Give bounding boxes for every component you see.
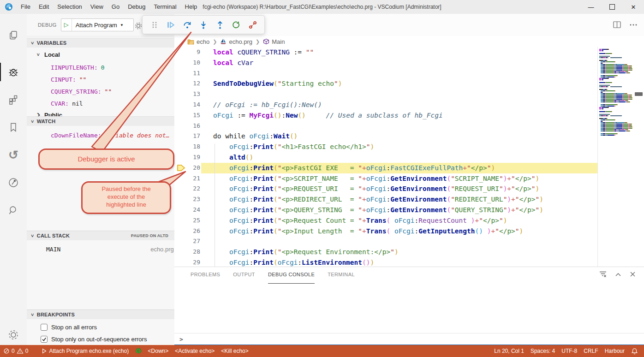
status-problems[interactable]: 0 0 [0,345,31,357]
breakpoints-section-header[interactable]: ∨ BREAKPOINTS [27,309,174,319]
token: ( [274,227,278,235]
close-icon[interactable] [630,271,636,277]
status-ln[interactable]: Ln 20, Col 1 [491,345,527,357]
code-line[interactable]: 24 oFcgi:Print("<p>QUERY_STRING = "+oFcg… [174,205,644,215]
search-icon[interactable] [0,199,27,221]
restart-icon[interactable] [232,20,241,30]
menu-debug[interactable]: Debug [124,0,149,14]
watch-section-header[interactable]: ∨ WATCH [27,116,174,126]
debug-console-input[interactable]: > [174,333,644,345]
filter-icon[interactable] [599,271,607,278]
variables-scope-local[interactable]: ∨ Local [27,49,174,60]
code-line[interactable]: 19 altd() [174,152,644,163]
extensions-icon[interactable] [0,89,27,111]
status-debug-target[interactable]: Attach Program echo.exe (echo) [38,345,132,357]
status-crlf[interactable]: CRLF [580,345,601,357]
code-line[interactable]: 18 oFcgi:Print("<h1>FastCGI echo</h1>") [174,142,644,152]
code-line[interactable]: 28 oFcgi:Print("<p>Request Environment:<… [174,247,644,257]
panel-tab-debug-console[interactable]: DEBUG CONSOLE [268,267,315,284]
debug-config-dropdown[interactable]: ▷ Attach Program ▼ [61,18,134,31]
code-line[interactable]: 17do while oFcgi:Wait() [174,131,644,142]
code-line[interactable]: 21 oFcgi:Print("<p>SCRIPT_NAME = "+oFcgi… [174,173,644,184]
run-circle-icon[interactable] [0,172,27,194]
watch-row[interactable]: cDownFileName:Variable does not… [27,129,198,141]
stack-frame-row[interactable]: MAINecho.prg20 [27,244,194,255]
split-editor-icon[interactable] [613,21,621,28]
code-line[interactable]: 13 [174,89,644,100]
continue-icon[interactable] [166,20,175,30]
more-actions-icon[interactable] [629,24,638,26]
code-line[interactable]: 15oFcgi := MyFcgi():New() // Used a subc… [174,110,644,121]
breadcrumb-item-folder[interactable]: echo [197,38,209,45]
variable-row[interactable]: CQUERY_STRING:"" [27,85,198,97]
code-line[interactable]: 23 oFcgi:Print("<p>REDIRECT_URL = "+oFcg… [174,194,644,205]
variables-section-header[interactable]: ∨ VARIABLES [27,38,174,48]
menu-help[interactable]: Help [181,0,202,14]
code-line[interactable]: 9local cQUERY_STRING := "" [174,47,644,58]
bell-icon[interactable] [628,345,641,357]
status-command[interactable]: <Kill echo> [218,345,251,357]
menu-terminal[interactable]: Terminal [149,0,180,14]
status-command[interactable]: <Down> [145,345,172,357]
gear-icon[interactable] [134,22,143,30]
minimap-line [599,68,644,69]
step-over-icon[interactable] [183,20,192,30]
code-line[interactable]: 29 oFcgi:Print(oFcgi:ListEnvironment()) [174,257,644,267]
panel-tab-problems[interactable]: PROBLEMS [191,267,220,283]
code-line[interactable]: 12SendToDebugView("Starting echo") [174,78,644,89]
minimize-button[interactable]: — [580,0,602,14]
code-editor[interactable]: 9local cQUERY_STRING := ""10local cVar11… [174,47,644,267]
menu-selection[interactable]: Selection [53,0,86,14]
checkbox-unchecked-icon[interactable] [41,324,48,331]
glyph-margin [174,236,186,247]
menu-view[interactable]: View [86,0,107,14]
variable-row[interactable]: CINPUT:"" [27,73,198,85]
token: oFcgi [394,217,415,224]
menu-file[interactable]: File [17,0,35,14]
token: <p>REQUEST_URI = [281,185,358,192]
code-line[interactable]: 10local cVar [174,58,644,68]
minimap[interactable] [597,47,644,267]
maximize-button[interactable] [602,0,623,14]
panel-tab-output[interactable]: OUTPUT [233,267,255,283]
menu-edit[interactable]: Edit [35,0,53,14]
status-utf-8[interactable]: UTF-8 [558,345,580,357]
code-line[interactable]: 27 [174,236,644,247]
code-line[interactable]: 20 oFcgi:Print("<p>FastCGI EXE = "+oFcgi… [174,163,644,173]
code-line[interactable]: 11 [174,68,644,79]
menu-go[interactable]: Go [107,0,124,14]
settings-gear-icon[interactable] [0,324,27,346]
code-line[interactable]: 25 oFcgi:Print("<p>Request Count = "+Tra… [174,215,644,226]
breadcrumb-item-file[interactable]: echo.prg [229,38,252,45]
run-play-icon[interactable]: ▷ [61,19,72,31]
status-harbour[interactable]: Harbour [602,345,628,357]
status-spaces[interactable]: Spaces: 4 [527,345,558,357]
minimap-token [623,68,628,69]
breakpoint-row[interactable]: Stop only on out-of-sequence errors [27,333,188,345]
debug-icon[interactable] [0,61,27,83]
code-line[interactable]: 16 [174,121,644,131]
panel-tab-terminal[interactable]: TERMINAL [328,267,355,283]
close-button[interactable]: ✕ [623,0,644,14]
code-line[interactable]: 26 oFcgi:Print("<p>Input Length = "+Tran… [174,226,644,237]
minimap-line [599,118,644,119]
status-command[interactable]: <Activate echo> [172,345,218,357]
minimap-line [599,64,644,65]
code-line[interactable]: 22 oFcgi:Print("<p>REQUEST_URI = "+oFcgi… [174,184,644,194]
variable-row[interactable]: IINPUTLENGTH:0 [27,61,198,73]
recycle-status-icon[interactable]: ♻ [132,345,144,357]
variable-row[interactable]: CVAR:nil [27,97,198,109]
checkbox-checked-icon[interactable] [41,336,48,343]
drag-grip-icon[interactable] [150,20,159,30]
bookmark-icon[interactable] [0,116,27,138]
step-into-icon[interactable] [199,20,208,30]
call-stack-section-header[interactable]: ∨ CALL STACK PAUSED ON ALTD [27,231,174,240]
code-line[interactable]: 14// oFcgi := hb_Fcgi():New() [174,100,644,110]
breadcrumb-item-symbol[interactable]: Main [272,38,285,45]
chevron-up-icon[interactable] [615,272,621,277]
disconnect-icon[interactable] [248,20,257,30]
history-icon[interactable]: ↺ [0,144,27,166]
breakpoint-row[interactable]: Stop on all errors [27,321,188,333]
files-icon[interactable] [0,24,27,46]
step-out-icon[interactable] [215,20,225,30]
